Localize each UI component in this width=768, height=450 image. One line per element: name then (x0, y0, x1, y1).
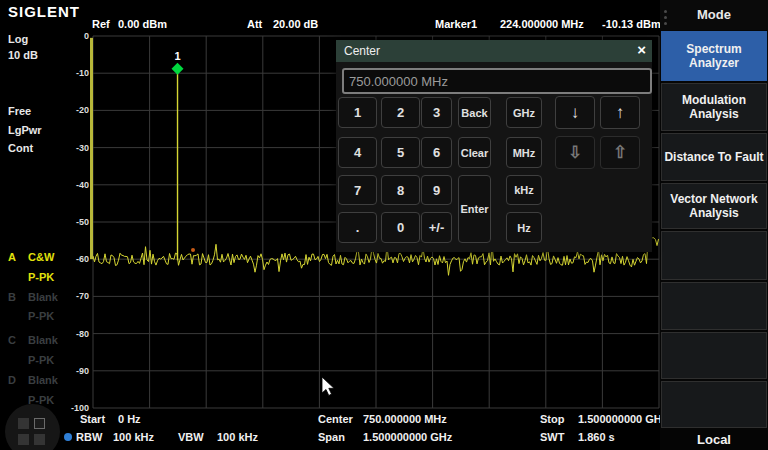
spectrum-analyzer-screen: 1 SIGLENT Ref 0.00 dBm Att 20.00 dB Mark… (0, 0, 768, 450)
svg-text:1: 1 (174, 50, 180, 62)
key-4[interactable]: 4 (338, 137, 377, 168)
unit-mhz-button[interactable]: MHz (506, 137, 542, 168)
key-7[interactable]: 7 (338, 175, 377, 205)
key-9[interactable]: 9 (421, 175, 452, 205)
key-3[interactable]: 3 (421, 97, 452, 128)
enter-button[interactable]: Enter (458, 175, 491, 243)
back-button[interactable]: Back (458, 97, 491, 128)
key-plusminus[interactable]: +/- (421, 212, 452, 243)
unit-khz-button[interactable]: kHz (506, 175, 542, 205)
arrow-up-icon[interactable]: ↑ (600, 96, 640, 129)
key-5[interactable]: 5 (381, 137, 420, 168)
clear-button[interactable]: Clear (458, 137, 491, 168)
close-icon[interactable]: × (637, 41, 646, 58)
center-frequency-dialog: Center × 1 2 3 4 5 6 7 8 9 . 0 +/- Back … (336, 40, 652, 252)
dialog-title: Center (344, 44, 380, 58)
unit-ghz-button[interactable]: GHz (506, 97, 542, 128)
frequency-input[interactable] (342, 68, 652, 94)
arrow-page-up-icon[interactable]: ⇧ (600, 136, 640, 169)
key-1[interactable]: 1 (338, 97, 377, 128)
arrow-page-down-icon[interactable]: ⇩ (555, 136, 595, 169)
unit-hz-button[interactable]: Hz (506, 212, 542, 243)
key-2[interactable]: 2 (381, 97, 420, 128)
key-decimal[interactable]: . (338, 212, 377, 243)
key-8[interactable]: 8 (381, 175, 420, 205)
key-6[interactable]: 6 (421, 137, 452, 168)
dialog-titlebar[interactable]: Center × (336, 40, 652, 62)
key-0[interactable]: 0 (381, 212, 420, 243)
arrow-down-icon[interactable]: ↓ (555, 96, 595, 129)
